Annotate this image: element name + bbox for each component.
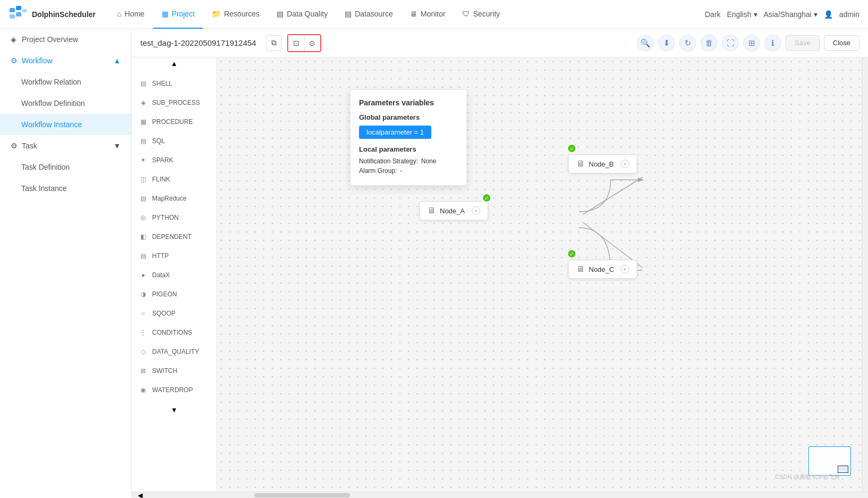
workflow-canvas[interactable]: 🖥 Node_A + ✓ 🖥 Node_B + ✓ 🖥 Node_C bbox=[217, 57, 862, 492]
task-item-switch[interactable]: ⊠SWITCH bbox=[132, 361, 216, 380]
node-c-icon: 🖥 bbox=[576, 264, 585, 274]
project-icon: ▦ bbox=[162, 10, 169, 18]
task-item-shell[interactable]: ▤SHELL bbox=[132, 74, 216, 93]
node-a-icon: 🖥 bbox=[427, 206, 436, 215]
alarm-group-label: Alarm Group: bbox=[359, 167, 397, 175]
copy-icon-btn[interactable]: ⧉ bbox=[266, 35, 282, 51]
nav-project[interactable]: ▦ Project bbox=[153, 0, 204, 29]
node-c[interactable]: 🖥 Node_C + bbox=[568, 260, 637, 279]
task-item-datax[interactable]: ●DataX bbox=[132, 265, 216, 285]
scroll-thumb[interactable] bbox=[254, 493, 350, 497]
horizontal-scrollbar[interactable]: ◀ bbox=[132, 492, 868, 498]
version-icon: ⊡ bbox=[293, 39, 299, 47]
node-c-label: Node_C bbox=[589, 265, 614, 273]
settings-icon: ⊙ bbox=[309, 39, 315, 47]
sidebar-item-task-instance[interactable]: Task Instance bbox=[0, 178, 131, 199]
task-panel: ▲ ▤SHELL◈SUB_PROCESS▦PROCEDURE▤SQL✦SPARK… bbox=[132, 57, 217, 492]
notification-strategy-label: Notification Strategy: bbox=[359, 157, 418, 165]
task-item-dependent[interactable]: ◧DEPENDENT bbox=[132, 227, 216, 246]
task-item-python[interactable]: ◎PYTHON bbox=[132, 208, 216, 227]
task-item-waterdrop[interactable]: ◉WATERDROP bbox=[132, 380, 216, 400]
sidebar-item-task-definition[interactable]: Task Definition bbox=[0, 156, 131, 178]
task-icon-data_quality: ◇ bbox=[138, 347, 148, 356]
sidebar-item-workflow-relation[interactable]: Workflow Relation bbox=[0, 71, 131, 93]
task-icon-mapreduce: ▤ bbox=[138, 194, 148, 203]
sidebar: ◈ Project Overview ⚙ Workflow ▲ Workflow… bbox=[0, 29, 132, 498]
node-c-plus-btn[interactable]: + bbox=[621, 265, 629, 273]
node-a-status: ✓ bbox=[482, 193, 491, 203]
svg-rect-1 bbox=[16, 6, 21, 10]
sidebar-item-project-overview[interactable]: ◈ Project Overview bbox=[0, 29, 131, 50]
delete-btn[interactable]: 🗑 bbox=[700, 35, 717, 52]
task-icon-python: ◎ bbox=[138, 213, 148, 222]
nav-home[interactable]: ⌂ Home bbox=[108, 0, 153, 29]
task-item-flink[interactable]: ◫FLINK bbox=[132, 170, 216, 189]
toolbar-highlighted-group: ⊡ ⊙ bbox=[287, 34, 321, 52]
task-item-sqoop[interactable]: ○SQOOP bbox=[132, 304, 216, 323]
global-param-tag[interactable]: localparameter = 1 bbox=[359, 126, 431, 139]
task-item-sql[interactable]: ▤SQL bbox=[132, 131, 216, 151]
node-b-plus-btn[interactable]: + bbox=[621, 160, 629, 168]
task-item-data_quality[interactable]: ◇DATA_QUALITY bbox=[132, 342, 216, 361]
close-button[interactable]: Close bbox=[824, 35, 859, 51]
save-button[interactable]: Save bbox=[786, 35, 820, 51]
version-icon-btn[interactable]: ⊡ bbox=[288, 35, 304, 51]
refresh-btn[interactable]: ↻ bbox=[679, 35, 696, 52]
sidebar-item-workflow-definition[interactable]: Workflow Definition bbox=[0, 93, 131, 114]
task-item-pigeon[interactable]: ◑PIGEON bbox=[132, 285, 216, 304]
chevron-down-icon: ▼ bbox=[113, 142, 121, 150]
theme-toggle[interactable]: Dark bbox=[705, 10, 721, 19]
download-btn[interactable]: ⬇ bbox=[658, 35, 675, 52]
nav-resources[interactable]: 📁 Resources bbox=[203, 0, 268, 29]
vertical-scrollbar[interactable] bbox=[862, 57, 868, 492]
overview-icon: ◈ bbox=[11, 35, 16, 44]
sidebar-task-section[interactable]: ⚙ Task ▼ bbox=[0, 135, 131, 156]
task-item-spark[interactable]: ✦SPARK bbox=[132, 151, 216, 170]
node-b-label: Node_B bbox=[589, 160, 614, 168]
sidebar-item-workflow-instance[interactable]: Workflow Instance bbox=[0, 114, 131, 135]
task-item-sub_process[interactable]: ◈SUB_PROCESS bbox=[132, 93, 216, 112]
monitor-icon: 🖥 bbox=[410, 10, 418, 18]
task-item-procedure[interactable]: ▦PROCEDURE bbox=[132, 112, 216, 131]
info-icon: ℹ bbox=[771, 38, 774, 48]
task-panel-scroll-up[interactable]: ▲ bbox=[132, 57, 216, 70]
main-layout: ◈ Project Overview ⚙ Workflow ▲ Workflow… bbox=[0, 29, 868, 498]
search-icon: 🔍 bbox=[640, 38, 650, 48]
task-icon-http: ▤ bbox=[138, 251, 148, 261]
fullscreen-icon: ⛶ bbox=[727, 38, 735, 47]
language-selector[interactable]: English ▾ bbox=[727, 10, 757, 19]
task-item-mapreduce[interactable]: ▤MapReduce bbox=[132, 189, 216, 208]
alarm-group-value: - bbox=[400, 167, 402, 175]
task-icon-dependent: ◧ bbox=[138, 232, 148, 242]
nav-monitor[interactable]: 🖥 Monitor bbox=[402, 0, 454, 29]
fullscreen-btn[interactable]: ⛶ bbox=[722, 35, 739, 52]
alarm-group-row: Alarm Group: - bbox=[359, 167, 458, 175]
task-item-http[interactable]: ▤HTTP bbox=[132, 246, 216, 265]
nav-datasource[interactable]: ▤ Datasource bbox=[336, 0, 402, 29]
nav-security[interactable]: 🛡 Security bbox=[454, 0, 508, 29]
search-btn[interactable]: 🔍 bbox=[637, 35, 654, 52]
node-b[interactable]: 🖥 Node_B + bbox=[568, 154, 637, 173]
node-a-label: Node_A bbox=[440, 207, 465, 215]
task-panel-scroll-down[interactable]: ▼ bbox=[132, 404, 216, 416]
notification-strategy-value: None bbox=[421, 157, 437, 165]
scroll-left-btn[interactable]: ◀ bbox=[132, 492, 148, 499]
info-btn[interactable]: ℹ bbox=[764, 35, 781, 52]
task-icon-pigeon: ◑ bbox=[138, 289, 148, 299]
datasource-icon: ▤ bbox=[345, 10, 352, 18]
global-params-label: Global parameters bbox=[359, 113, 458, 121]
home-icon: ⌂ bbox=[117, 10, 121, 18]
timezone-selector[interactable]: Asia/Shanghai ▾ bbox=[764, 10, 817, 19]
nav-data-quality[interactable]: ▤ Data Quality bbox=[268, 0, 336, 29]
sidebar-workflow-section[interactable]: ⚙ Workflow ▲ bbox=[0, 50, 131, 71]
settings-icon-btn[interactable]: ⊙ bbox=[304, 35, 320, 51]
minimap[interactable] bbox=[808, 446, 851, 476]
nav-right: Dark English ▾ Asia/Shanghai ▾ 👤 admin bbox=[705, 10, 859, 19]
user-name[interactable]: admin bbox=[839, 10, 859, 19]
format-btn[interactable]: ⊞ bbox=[743, 35, 760, 52]
data-quality-icon: ▤ bbox=[277, 10, 283, 18]
task-item-conditions[interactable]: ⋮CONDITIONS bbox=[132, 323, 216, 342]
node-a-plus-btn[interactable]: + bbox=[472, 206, 480, 215]
node-b-status: ✓ bbox=[567, 144, 577, 153]
node-a[interactable]: 🖥 Node_A + bbox=[419, 201, 488, 220]
